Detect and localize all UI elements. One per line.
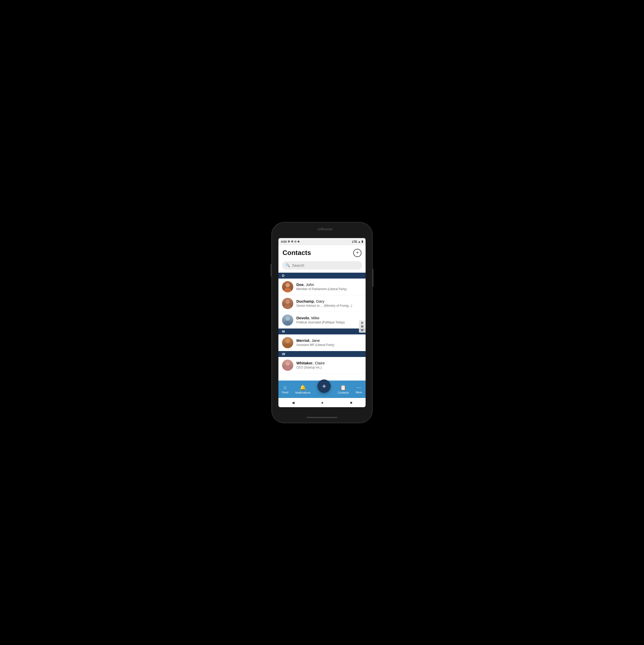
contact-detail-whitaker: CEO (Startup Inc.) (296, 366, 362, 369)
system-nav-bar: ◀ ● ■ (279, 398, 365, 407)
contact-name-duchamp: Duchamp, Gary (296, 299, 362, 303)
alpha-m[interactable]: M (360, 325, 364, 328)
nav-notifications-label: Notifications (295, 391, 310, 394)
contact-item-merriot[interactable]: Merriot, Jane Assistant MP (Liberal Part… (279, 335, 365, 351)
contacts-icon: 📋 (340, 384, 346, 391)
gear-icon-1: ⚙ (288, 240, 290, 243)
search-input[interactable] (292, 263, 358, 267)
home-icon: ⌂ (284, 384, 287, 390)
contact-item-whitaker[interactable]: Whitaker, Claire CEO (Startup Inc.) (279, 357, 365, 374)
contact-info-whitaker: Whitaker, Claire CEO (Startup Inc.) (296, 361, 362, 369)
svg-point-1 (284, 288, 291, 292)
nav-more-label: More (356, 391, 362, 394)
contact-detail-devolo: Political Journalist (Politique Today) (296, 320, 362, 324)
status-left: 4:53 ⚙ ⚙ ⊙ ⊗ (281, 240, 299, 243)
alphabet-index[interactable]: D M W (359, 320, 365, 333)
phone-screen: 4:53 ⚙ ⚙ ⊙ ⊗ LTE ▲ ▮ Contacts + 🔍 (279, 238, 365, 407)
section-header-m: M (279, 329, 365, 335)
add-contact-button[interactable]: + (353, 249, 361, 257)
bottom-nav: ⌂ Feed 🔔 Notifications + 📋 Contacts ··· … (279, 381, 365, 398)
nav-contacts-label: Contacts (338, 391, 349, 394)
contact-info-doe: Doe, John Member of Parliament (Liberal … (296, 282, 362, 291)
svg-point-3 (284, 304, 291, 309)
contact-lastname-devolo: Devolo (296, 316, 309, 320)
contact-detail-duchamp: Senior Advisor to ... (Ministry of Forei… (296, 304, 362, 307)
contact-name-devolo: Devolo, Mike (296, 316, 362, 320)
search-icon: 🔍 (286, 263, 290, 267)
page-title: Contacts (283, 249, 311, 257)
contact-lastname-merriot: Merriot (296, 338, 309, 343)
avatar-merriot (282, 337, 293, 348)
nav-notifications[interactable]: 🔔 Notifications (295, 384, 310, 394)
signal-icon: ▲ (358, 240, 361, 243)
app-header: Contacts + (279, 245, 365, 260)
section-header-d: D (279, 273, 365, 278)
contact-lastname-whitaker: Whitaker (296, 361, 313, 365)
status-bar: 4:53 ⚙ ⚙ ⊙ ⊗ LTE ▲ ▮ (279, 238, 365, 245)
status-right: LTE ▲ ▮ (352, 240, 363, 243)
contact-info-devolo: Devolo, Mike Political Journalist (Polit… (296, 316, 362, 324)
svg-point-9 (284, 366, 291, 371)
lte-label: LTE (352, 240, 357, 243)
battery-icon: ▮ (361, 240, 363, 243)
contact-lastname-doe: Doe (296, 282, 304, 287)
phone-device: 4:53 ⚙ ⚙ ⊙ ⊗ LTE ▲ ▮ Contacts + 🔍 (272, 223, 372, 423)
fab-button[interactable]: + (317, 380, 331, 393)
contact-detail-merriot: Assistant MP (Liberal Party) (296, 343, 362, 347)
svg-point-0 (286, 283, 290, 287)
contact-info-merriot: Merriot, Jane Assistant MP (Liberal Part… (296, 338, 362, 347)
search-bar[interactable]: 🔍 (282, 261, 362, 269)
svg-point-2 (286, 300, 290, 304)
search-bar-container: 🔍 (279, 260, 365, 273)
alpha-d[interactable]: D (360, 321, 364, 325)
avatar-devolo (282, 314, 293, 326)
bell-icon: 🔔 (300, 384, 306, 391)
power-button[interactable] (372, 269, 373, 287)
home-button[interactable]: ● (321, 401, 323, 405)
contact-detail-doe: Member of Parliament (Liberal Party) (296, 287, 362, 291)
section-header-w: W (279, 351, 365, 357)
contact-name-doe: Doe, John (296, 282, 362, 287)
nav-feed[interactable]: ⌂ Feed (282, 384, 288, 394)
more-icon: ··· (357, 384, 361, 390)
slash-icon: ⊗ (297, 240, 299, 243)
contact-item-doe[interactable]: Doe, John Member of Parliament (Liberal … (279, 278, 365, 295)
avatar-whitaker (282, 360, 293, 371)
svg-point-6 (286, 339, 290, 343)
svg-point-5 (284, 321, 291, 326)
recent-button[interactable]: ■ (350, 401, 352, 405)
home-bar (307, 417, 337, 418)
nav-feed-label: Feed (282, 391, 288, 394)
avatar-doe (282, 281, 293, 292)
contact-info-duchamp: Duchamp, Gary Senior Advisor to ... (Min… (296, 299, 362, 307)
nav-contacts[interactable]: 📋 Contacts (338, 384, 349, 394)
alpha-w[interactable]: W (360, 329, 364, 332)
volume-button[interactable] (271, 264, 272, 276)
contact-name-merriot: Merriot, Jane (296, 338, 362, 343)
status-time: 4:53 (281, 240, 287, 243)
arc-icon: ⊙ (294, 240, 296, 243)
contact-name-whitaker: Whitaker, Claire (296, 361, 362, 365)
fab-plus-icon: + (322, 382, 326, 390)
contact-lastname-duchamp: Duchamp (296, 299, 314, 303)
contact-list: D Doe, John Member of Parliament (Libera… (279, 273, 365, 381)
back-button[interactable]: ◀ (292, 401, 295, 405)
avatar-duchamp (282, 298, 293, 309)
nav-more[interactable]: ··· More (356, 384, 362, 394)
gear-icon-2: ⚙ (291, 240, 293, 243)
earpiece-speaker (317, 228, 333, 230)
contact-item-devolo[interactable]: Devolo, Mike Political Journalist (Polit… (279, 312, 365, 329)
svg-point-8 (286, 362, 290, 366)
svg-point-7 (284, 344, 291, 348)
contact-item-duchamp[interactable]: Duchamp, Gary Senior Advisor to ... (Min… (279, 295, 365, 312)
svg-point-4 (286, 316, 290, 320)
